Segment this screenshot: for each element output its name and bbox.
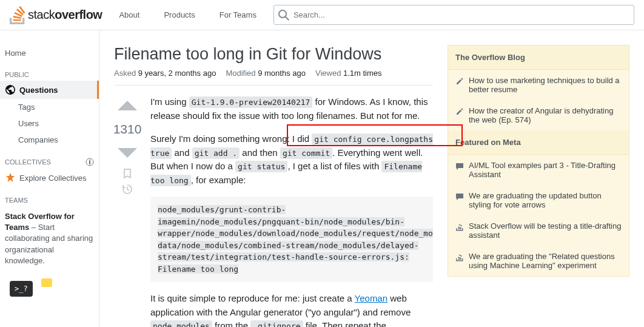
- downvote-icon[interactable]: [116, 141, 138, 163]
- modified-meta[interactable]: Modified 9 months ago: [226, 69, 306, 78]
- sidebar: Home PUBLIC Questions Tags Users Compani…: [0, 30, 99, 327]
- globe-icon: [5, 84, 16, 95]
- sidebar-label: Explore Collectives: [19, 174, 87, 183]
- meta-icon: [455, 162, 464, 170]
- meta-item[interactable]: We are graduating the updated button sty…: [448, 185, 629, 215]
- teams-promo-graphic: >_?: [5, 276, 94, 302]
- widget-heading: Featured on Meta: [448, 130, 629, 155]
- terminal-icon: >_?: [10, 281, 33, 297]
- pencil-icon: [455, 77, 464, 86]
- paragraph: Surely I'm doing something wrong: I did …: [150, 132, 433, 187]
- blog-item[interactable]: How the creator of Angular is dehydratin…: [448, 100, 629, 130]
- bookmark-icon[interactable]: [122, 168, 133, 179]
- rightbar: The Overflow Blog How to use marketing t…: [448, 45, 629, 327]
- inline-code: git commit: [280, 147, 332, 159]
- meta-item[interactable]: AI/ML Tool examples part 3 - Title-Draft…: [448, 155, 629, 185]
- widget-heading: The Overflow Blog: [448, 46, 629, 70]
- meta-item-text: AI/ML Tool examples part 3 - Title-Draft…: [469, 161, 622, 179]
- sidebar-item-users[interactable]: Users: [0, 115, 99, 132]
- teams-promo-text: Stack Overflow for Teams – Start collabo…: [0, 206, 99, 271]
- inline-code: git status: [235, 161, 287, 172]
- sidebar-item-explore-collectives[interactable]: Explore Collectives: [0, 169, 99, 187]
- products-link[interactable]: Products: [156, 7, 202, 23]
- search-wrap: [273, 5, 634, 25]
- meta-item-text: Stack Overflow will be testing a title-d…: [469, 221, 622, 240]
- sidebar-item-tags[interactable]: Tags: [0, 99, 99, 115]
- stackoverflow-small-icon: [455, 223, 464, 231]
- topbar: stackoverflow About Products For Teams: [0, 0, 644, 30]
- inline-code: Git-1.9.0-preview20140217: [189, 96, 313, 108]
- vote-count: 1310: [113, 122, 142, 137]
- main: Filename too long in Git for Windows Ask…: [99, 30, 644, 327]
- question-body: 1310 I'm using Git-1.9.0-preview20140217…: [114, 95, 433, 327]
- about-link[interactable]: About: [112, 7, 147, 23]
- code-block: node_modules/grunt-contrib-imagemin/node…: [150, 197, 433, 282]
- meta-icon: [455, 192, 464, 201]
- upvote-icon[interactable]: [116, 95, 138, 117]
- pencil-icon: [455, 107, 464, 116]
- chat-bubble-icon: [41, 278, 52, 287]
- inline-code: .gitignore: [250, 320, 303, 327]
- meta-item-text: We are graduating the updated button sty…: [469, 191, 622, 209]
- meta-item-text: We are graduating the "Related questions…: [469, 252, 622, 270]
- stackoverflow-icon: [10, 6, 25, 24]
- inline-code: git add .: [192, 147, 240, 159]
- sidebar-heading-collectives: COLLECTIVES: [0, 148, 99, 169]
- question-title: Filename too long in Git for Windows: [114, 45, 433, 64]
- stackoverflow-small-icon: [455, 253, 464, 261]
- blog-item-text: How to use marketing techniques to build…: [469, 76, 622, 94]
- vote-controls: 1310: [114, 95, 141, 327]
- star-icon: [5, 172, 16, 183]
- overflow-blog-widget: The Overflow Blog How to use marketing t…: [448, 45, 629, 277]
- question: Filename too long in Git for Windows Ask…: [114, 45, 433, 327]
- paragraph: I'm using Git-1.9.0-preview20140217 for …: [150, 95, 433, 123]
- meta-item[interactable]: Stack Overflow will be testing a title-d…: [448, 215, 629, 246]
- search-icon: [278, 10, 289, 21]
- asked-meta: Asked 9 years, 2 months ago: [114, 69, 216, 78]
- logo-text: stackoverflow: [28, 8, 102, 22]
- blog-item-text: How the creator of Angular is dehydratin…: [469, 106, 622, 124]
- question-meta: Asked 9 years, 2 months ago Modified 9 m…: [114, 69, 433, 86]
- sidebar-home[interactable]: Home: [0, 45, 99, 61]
- search-input[interactable]: [273, 5, 634, 25]
- info-icon[interactable]: [86, 158, 94, 166]
- question-content: I'm using Git-1.9.0-preview20140217 for …: [150, 95, 433, 327]
- inline-code: node_modules: [150, 320, 212, 327]
- sidebar-item-questions[interactable]: Questions: [0, 81, 99, 99]
- meta-item[interactable]: We are graduating the "Related questions…: [448, 246, 629, 276]
- sidebar-item-companies[interactable]: Companies: [0, 132, 99, 148]
- history-icon[interactable]: [122, 184, 133, 195]
- logo[interactable]: stackoverflow: [10, 6, 102, 24]
- blog-item[interactable]: How to use marketing techniques to build…: [448, 70, 629, 100]
- layout: Home PUBLIC Questions Tags Users Compani…: [0, 30, 644, 327]
- yeoman-link[interactable]: Yeoman: [355, 293, 388, 303]
- sidebar-label: Questions: [19, 86, 58, 95]
- viewed-meta: Viewed 1.1m times: [315, 69, 382, 78]
- for-teams-link[interactable]: For Teams: [212, 7, 264, 23]
- paragraph: It is quite simple to reproduce for me: …: [150, 292, 433, 327]
- sidebar-heading-teams: TEAMS: [0, 187, 99, 206]
- sidebar-heading-public: PUBLIC: [0, 61, 99, 81]
